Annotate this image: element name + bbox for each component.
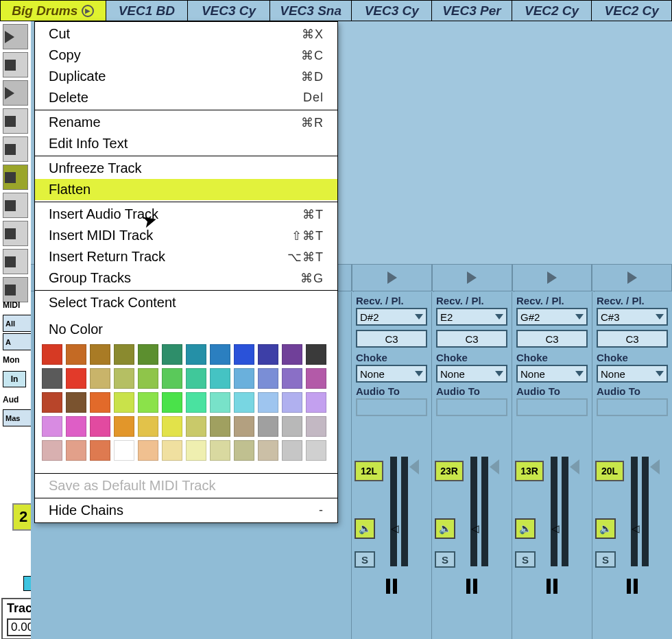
- menu-item[interactable]: Edit Info Text: [35, 133, 337, 154]
- menu-item[interactable]: Group Tracks⌘G: [35, 267, 337, 289]
- color-swatch[interactable]: [258, 368, 278, 389]
- color-swatch[interactable]: [210, 440, 230, 461]
- color-swatch[interactable]: [90, 368, 110, 389]
- color-swatch[interactable]: [42, 392, 62, 413]
- midi-channel-select[interactable]: A: [3, 333, 32, 350]
- volume-fader[interactable]: [469, 457, 490, 566]
- color-swatch[interactable]: [234, 416, 254, 437]
- color-swatch[interactable]: [282, 344, 302, 365]
- audio-to-select[interactable]: [516, 398, 588, 416]
- color-swatch[interactable]: [66, 440, 86, 461]
- clip-slot[interactable]: [3, 136, 28, 162]
- color-swatch[interactable]: [258, 416, 278, 437]
- color-swatch[interactable]: [306, 368, 326, 389]
- pan-value[interactable]: 20L: [595, 461, 624, 481]
- color-swatch[interactable]: [90, 344, 110, 365]
- track-header[interactable]: VEC3 Per: [432, 0, 512, 21]
- track-header[interactable]: VEC1 BD: [106, 0, 189, 21]
- play-note-select[interactable]: C3: [356, 330, 427, 348]
- fader-handle-icon[interactable]: [409, 459, 419, 474]
- color-swatch[interactable]: [306, 344, 326, 365]
- color-swatch[interactable]: [306, 416, 326, 437]
- color-swatch[interactable]: [114, 416, 134, 437]
- track-header[interactable]: Big Drums▶: [0, 0, 106, 21]
- solo-button[interactable]: S: [595, 551, 616, 568]
- color-swatch[interactable]: [186, 392, 206, 413]
- color-swatch[interactable]: [42, 368, 62, 389]
- color-swatch[interactable]: [42, 344, 62, 365]
- color-swatch[interactable]: [66, 368, 86, 389]
- color-swatch[interactable]: [306, 392, 326, 413]
- color-swatch[interactable]: [210, 392, 230, 413]
- color-swatch[interactable]: [186, 344, 206, 365]
- color-swatch[interactable]: [162, 368, 182, 389]
- color-swatch[interactable]: [234, 368, 254, 389]
- color-swatch[interactable]: [282, 416, 302, 437]
- choke-select[interactable]: None: [356, 365, 427, 383]
- color-swatch[interactable]: [282, 392, 302, 413]
- track-header[interactable]: VEC3 Sna: [270, 0, 352, 21]
- color-swatch[interactable]: [66, 344, 86, 365]
- pan-value[interactable]: 12L: [355, 461, 383, 481]
- color-swatch[interactable]: [162, 416, 182, 437]
- color-swatch[interactable]: [234, 344, 254, 365]
- choke-select[interactable]: None: [436, 365, 507, 383]
- color-swatch[interactable]: [162, 344, 182, 365]
- scene-play-button[interactable]: [512, 264, 592, 291]
- color-swatch[interactable]: [282, 440, 302, 461]
- color-swatch[interactable]: [114, 440, 134, 461]
- choke-select[interactable]: None: [516, 365, 588, 383]
- menu-item[interactable]: Cut⌘X: [35, 23, 337, 45]
- audio-to-select[interactable]: [597, 398, 668, 416]
- color-swatch[interactable]: [186, 440, 206, 461]
- speaker-button[interactable]: 🔈: [595, 518, 616, 539]
- fader-handle-icon[interactable]: [570, 459, 579, 474]
- color-swatch[interactable]: [138, 392, 158, 413]
- menu-item[interactable]: DeleteDel: [35, 87, 337, 108]
- fader-handle-icon[interactable]: [650, 459, 660, 474]
- color-swatch[interactable]: [114, 392, 134, 413]
- choke-select[interactable]: None: [597, 365, 668, 383]
- audio-to-select[interactable]: [356, 398, 427, 416]
- color-swatch[interactable]: [210, 368, 230, 389]
- color-swatch[interactable]: [138, 440, 158, 461]
- color-swatch[interactable]: [282, 368, 302, 389]
- color-swatch[interactable]: [90, 416, 110, 437]
- menu-item[interactable]: Rename⌘R: [35, 112, 337, 133]
- color-swatch[interactable]: [138, 368, 158, 389]
- track-fold-icon[interactable]: ▶: [82, 5, 94, 17]
- track-header[interactable]: VEC2 Cy: [512, 0, 592, 21]
- color-swatch[interactable]: [210, 416, 230, 437]
- menu-item[interactable]: Insert MIDI Track⇧⌘T: [35, 225, 337, 246]
- color-swatch[interactable]: [234, 392, 254, 413]
- speaker-button[interactable]: 🔈: [435, 518, 455, 539]
- track-header[interactable]: VEC2 Cy: [592, 0, 672, 21]
- monitor-in-button[interactable]: In: [3, 371, 26, 387]
- solo-button[interactable]: S: [435, 551, 455, 568]
- color-swatch[interactable]: [138, 344, 158, 365]
- color-swatch[interactable]: [114, 368, 134, 389]
- volume-fader[interactable]: [629, 457, 650, 566]
- color-swatch[interactable]: [90, 440, 110, 461]
- solo-button[interactable]: S: [355, 551, 375, 568]
- audio-to-select[interactable]: [436, 398, 507, 416]
- color-swatch[interactable]: [66, 392, 86, 413]
- color-swatch[interactable]: [258, 392, 278, 413]
- color-swatch[interactable]: [162, 440, 182, 461]
- menu-item[interactable]: Select Track Content: [35, 292, 337, 313]
- midi-from-select[interactable]: All: [3, 315, 32, 332]
- menu-item[interactable]: Unfreeze Track: [35, 158, 337, 179]
- speaker-button[interactable]: 🔈: [355, 518, 375, 539]
- color-swatch[interactable]: [258, 440, 278, 461]
- color-swatch[interactable]: [114, 344, 134, 365]
- fader-handle-icon[interactable]: [490, 459, 499, 474]
- receive-note-select[interactable]: C#3: [597, 308, 668, 326]
- clip-slot[interactable]: [3, 24, 28, 49]
- clip-slot[interactable]: [3, 165, 28, 190]
- color-swatch[interactable]: [42, 416, 62, 437]
- audio-to-select[interactable]: Mas: [3, 409, 32, 426]
- color-swatch[interactable]: [90, 392, 110, 413]
- play-note-select[interactable]: C3: [436, 330, 507, 348]
- color-swatch[interactable]: [186, 416, 206, 437]
- color-swatch[interactable]: [306, 440, 326, 461]
